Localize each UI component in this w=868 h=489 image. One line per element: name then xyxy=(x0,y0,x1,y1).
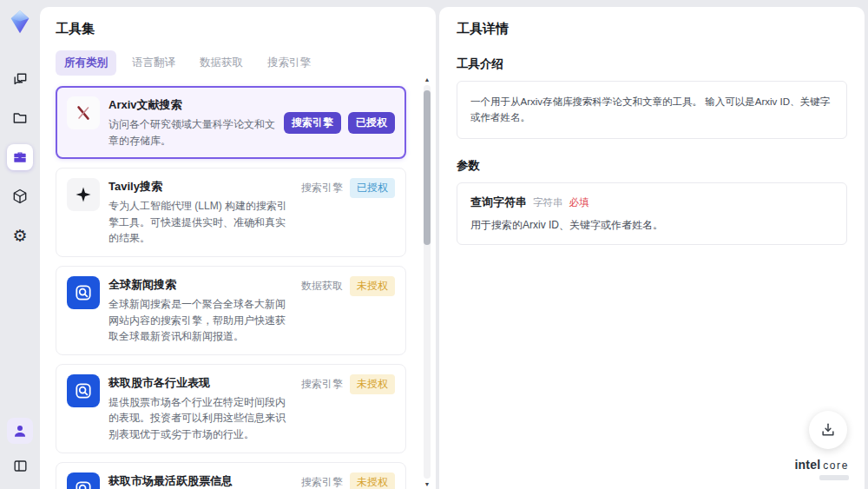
download-icon xyxy=(819,421,837,439)
category-tab[interactable]: 所有类别 xyxy=(56,50,116,76)
tool-main: 获取市场最活跃股票信息 提供当天交易量最高的股票列表，投资者可以利用这些信息来识… xyxy=(108,472,293,489)
tool-tags: 搜索引擎 未授权 xyxy=(301,472,395,489)
diamond-logo-icon xyxy=(7,9,33,35)
tool-main: 获取股市各行业表现 提供股票市场各个行业在特定时间段内的表现。投资者可以利用这些… xyxy=(108,374,293,443)
tool-icon xyxy=(67,276,100,309)
param-box: 查询字符串 字符串 必填 用于搜索的Arxiv ID、关键字或作者姓名。 xyxy=(457,182,847,245)
app-logo xyxy=(7,9,33,35)
tool-status-badge: 未授权 xyxy=(350,374,395,394)
tool-icon xyxy=(67,178,100,211)
param-head: 查询字符串 字符串 必填 xyxy=(470,195,833,210)
param-description: 用于搜索的Arxiv ID、关键字或作者姓名。 xyxy=(470,218,833,233)
tool-name: 获取市场最活跃股票信息 xyxy=(108,472,293,489)
tool-card[interactable]: Tavily搜索 专为人工智能代理 (LLM) 构建的搜索引擎工具。可快速提供实… xyxy=(56,168,406,257)
tool-tags: 数据获取 未授权 xyxy=(301,276,395,345)
search-app-icon xyxy=(74,479,93,489)
tool-category-badge: 搜索引擎 xyxy=(301,472,343,489)
arxiv-icon xyxy=(74,103,93,122)
page-title: 工具集 xyxy=(56,21,420,37)
tool-tags: 搜索引擎 已授权 xyxy=(284,112,395,134)
tool-name: 获取股市各行业表现 xyxy=(108,374,293,391)
search-app-icon xyxy=(74,283,93,302)
tool-category-badge: 搜索引擎 xyxy=(301,178,343,198)
tool-card[interactable]: 获取股市各行业表现 提供股票市场各个行业在特定时间段内的表现。投资者可以利用这些… xyxy=(56,364,406,453)
star-icon xyxy=(75,186,92,203)
tool-icon xyxy=(67,96,100,129)
scrollbar-down-arrow[interactable]: ▼ xyxy=(424,481,431,487)
tool-status-badge: 未授权 xyxy=(350,472,395,489)
sidebar-nav: ⚙ xyxy=(7,66,33,248)
tool-name: 全球新闻搜索 xyxy=(108,276,293,293)
params-heading: 参数 xyxy=(457,158,847,174)
tool-main: 全球新闻搜索 全球新闻搜索是一个聚合全球各大新闻网站内容的搜索引擎，帮助用户快速… xyxy=(108,276,293,345)
tool-card[interactable]: 全球新闻搜索 全球新闻搜索是一个聚合全球各大新闻网站内容的搜索引擎，帮助用户快速… xyxy=(56,266,406,355)
panel-toggle-icon xyxy=(12,458,29,474)
tool-tags: 搜索引擎 未授权 xyxy=(301,374,395,443)
intel-core-logo: intelcore xyxy=(794,457,849,480)
gear-icon: ⚙ xyxy=(12,228,27,244)
category-tab[interactable]: 数据获取 xyxy=(191,50,252,76)
tool-detail-panel: 工具详情 工具介绍 一个用于从Arxiv存储库搜索科学论文和文章的工具。 输入可… xyxy=(439,7,865,489)
sidebar-item-files[interactable] xyxy=(7,105,33,131)
tools-list-panel: 工具集 所有类别 语言翻译 数据获取 搜索引擎 Arxiv文献搜索 访问各个研究… xyxy=(40,7,436,489)
tool-main: Arxiv文献搜索 访问各个研究领域大量科学论文和文章的存储库。 xyxy=(108,96,275,149)
param-type: 字符串 xyxy=(533,196,563,209)
tool-category-badge: 搜索引擎 xyxy=(284,112,341,134)
tool-icon xyxy=(67,374,100,407)
category-tab[interactable]: 搜索引擎 xyxy=(259,50,319,76)
sidebar-bottom xyxy=(7,418,33,479)
intro-box: 一个用于从Arxiv存储库搜索科学论文和文章的工具。 输入可以是Arxiv ID… xyxy=(457,81,847,139)
sidebar-item-tools[interactable] xyxy=(7,144,33,170)
tool-status-badge: 已授权 xyxy=(350,178,395,198)
tool-icon xyxy=(67,472,100,489)
sidebar-item-account[interactable] xyxy=(7,418,33,444)
tool-tags: 搜索引擎 已授权 xyxy=(301,178,395,247)
tool-card[interactable]: 获取市场最活跃股票信息 提供当天交易量最高的股票列表，投资者可以利用这些信息来识… xyxy=(56,462,406,489)
tool-description: 提供股票市场各个行业在特定时间段内的表现。投资者可以利用这些信息来识别表现优于或… xyxy=(108,394,293,443)
list-scrollbar[interactable]: ▲ ▼ xyxy=(424,78,431,486)
folder-icon xyxy=(11,109,29,127)
intro-heading: 工具介绍 xyxy=(457,56,847,72)
tool-status-badge: 已授权 xyxy=(348,112,395,134)
left-sidebar: ⚙ xyxy=(0,0,40,489)
param-name: 查询字符串 xyxy=(470,195,527,210)
search-app-icon xyxy=(74,381,93,400)
intel-wordmark: intel xyxy=(794,458,820,472)
chat-icon xyxy=(11,70,29,88)
tool-status-badge: 未授权 xyxy=(350,276,395,296)
toolbox-icon xyxy=(11,149,29,166)
tool-main: Tavily搜索 专为人工智能代理 (LLM) 构建的搜索引擎工具。可快速提供实… xyxy=(108,178,293,247)
tool-name: Arxiv文献搜索 xyxy=(108,96,275,113)
scrollbar-thumb[interactable] xyxy=(424,90,431,245)
sidebar-item-models[interactable] xyxy=(7,183,33,209)
param-required-badge: 必填 xyxy=(569,196,589,209)
tool-description: 专为人工智能代理 (LLM) 构建的搜索引擎工具。可快速提供实时、准确和真实的结… xyxy=(108,198,293,247)
tool-category-badge: 搜索引擎 xyxy=(301,374,343,394)
tool-name: Tavily搜索 xyxy=(108,178,293,195)
intel-logo-subtext xyxy=(819,475,849,480)
sidebar-item-panel-toggle[interactable] xyxy=(7,453,33,479)
category-tab[interactable]: 语言翻译 xyxy=(123,50,184,76)
sidebar-item-chat[interactable] xyxy=(7,66,33,92)
tool-list: Arxiv文献搜索 访问各个研究领域大量科学论文和文章的存储库。 搜索引擎 已授… xyxy=(56,86,420,489)
sidebar-item-settings[interactable]: ⚙ xyxy=(7,222,33,248)
cube-icon xyxy=(11,188,29,205)
tool-category-badge: 数据获取 xyxy=(301,276,343,296)
user-icon xyxy=(12,423,28,439)
category-tabs: 所有类别 语言翻译 数据获取 搜索引擎 xyxy=(56,50,420,76)
detail-title: 工具详情 xyxy=(457,21,847,37)
tool-description: 全球新闻搜索是一个聚合全球各大新闻网站内容的搜索引擎，帮助用户快速获取全球最新资… xyxy=(108,296,293,345)
core-wordmark: core xyxy=(823,459,849,472)
scrollbar-up-arrow[interactable]: ▲ xyxy=(424,76,431,83)
tool-description: 访问各个研究领域大量科学论文和文章的存储库。 xyxy=(108,116,275,149)
download-button[interactable] xyxy=(809,411,847,449)
tool-card[interactable]: Arxiv文献搜索 访问各个研究领域大量科学论文和文章的存储库。 搜索引擎 已授… xyxy=(56,86,406,159)
